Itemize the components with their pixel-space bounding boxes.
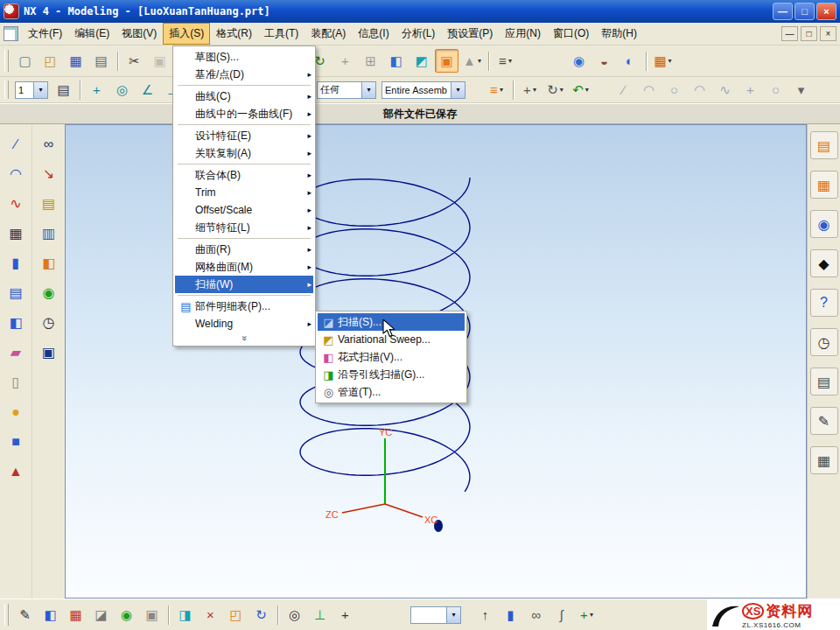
chevron-down-icon[interactable]: ▾ — [590, 611, 593, 619]
csys-triad-icon[interactable]: ⊥ — [308, 603, 332, 626]
menu-item-surface[interactable]: 曲面(R)▸ — [175, 241, 313, 258]
details-panel-icon[interactable]: ▤ — [810, 368, 838, 396]
menubar-item-analysis[interactable]: 分析(L) — [396, 23, 442, 45]
menu-item-parts-list[interactable]: ▤部件明细表(P)... — [175, 298, 313, 315]
modeling-application-icon[interactable]: ▣ — [435, 49, 458, 73]
cone-icon[interactable]: ▲ — [3, 458, 29, 484]
rotate-object-icon[interactable]: ↻▾ — [543, 78, 567, 102]
selection-scope-combo[interactable]: Entire Assemb ▾ — [382, 81, 466, 99]
chevron-down-icon[interactable]: ▾ — [508, 57, 512, 65]
menubar-item-assemblies[interactable]: 装配(A) — [304, 23, 352, 45]
help-question-icon[interactable]: ? — [810, 289, 838, 317]
save-icon[interactable]: ▦ — [64, 49, 88, 73]
menubar-item-tools[interactable]: 工具(T) — [258, 23, 304, 45]
cyan-cube-icon[interactable]: ◨ — [173, 603, 197, 626]
window-minimize-button[interactable]: — — [773, 3, 793, 20]
draw-point-icon[interactable]: + — [738, 78, 762, 102]
mdi-close-button[interactable]: × — [820, 26, 836, 41]
bottom-combo[interactable]: ▾ — [410, 606, 461, 624]
menu-item-datum-point[interactable]: 基准/点(D)▸ — [175, 66, 313, 83]
menubar-item-application[interactable]: 应用(N) — [499, 23, 547, 45]
toolbar-grip[interactable] — [4, 50, 9, 72]
spline-icon[interactable]: ∿ — [3, 191, 29, 216]
arc-icon[interactable]: ◠ — [3, 161, 29, 186]
menubar-item-edit[interactable]: 编辑(E) — [68, 23, 116, 45]
menu-item-design-feature[interactable]: 设计特征(E)▸ — [175, 127, 313, 144]
menu-item-curve-from-curves[interactable]: 曲线中的一条曲线(F)▸ — [175, 105, 313, 122]
menu-item-detail-feature[interactable]: 细节特征(L)▸ — [175, 219, 313, 236]
web-browser-icon[interactable]: ◉ — [567, 49, 591, 73]
menu-item-curve[interactable]: 曲线(C)▸ — [175, 88, 313, 105]
draw-ellipse-icon[interactable]: ○ — [764, 78, 788, 102]
chevron-down-icon[interactable]: ▾ — [668, 57, 672, 65]
refresh-loop-icon[interactable]: ↻ — [249, 603, 273, 626]
mdi-minimize-button[interactable]: — — [781, 26, 798, 41]
shaded-view-icon[interactable]: ◧ — [384, 49, 408, 73]
wireframe-view-icon[interactable]: ◩ — [410, 49, 433, 73]
menu-item-welding[interactable]: Welding▸ — [175, 315, 313, 332]
chain-link-icon[interactable]: ∞ — [524, 603, 548, 626]
menubar-item-format[interactable]: 格式(R) — [210, 23, 258, 45]
corner-arrow-icon[interactable]: ↘ — [36, 161, 62, 186]
chevron-down-icon[interactable]: ▾ — [446, 607, 460, 623]
graduation-cap-icon[interactable]: ◆ — [810, 249, 838, 277]
green-sphere-icon[interactable]: ◉ — [36, 280, 62, 305]
menubar-item-file[interactable]: 文件(F) — [22, 23, 68, 45]
materials-icon[interactable]: ◒ — [592, 49, 616, 73]
sketch-grid-icon[interactable]: ▦ — [3, 220, 29, 246]
sphere-icon[interactable]: ● — [3, 399, 29, 424]
toolbar-grip[interactable] — [4, 80, 9, 98]
chevron-down-icon[interactable]: ▾ — [560, 86, 564, 94]
move-object-icon[interactable]: +▾ — [518, 78, 542, 102]
chevron-down-icon[interactable]: ▾ — [361, 82, 375, 98]
solid-cube-icon[interactable]: ◧ — [3, 310, 29, 335]
menubar-item-information[interactable]: 信息(I) — [352, 23, 395, 45]
draw-spline-icon[interactable]: ∿ — [713, 78, 737, 102]
catalog-sphere-icon[interactable]: ◉ — [810, 210, 838, 238]
divider-tool-icon[interactable]: ▮ — [499, 603, 522, 626]
chevron-down-icon[interactable]: ▾ — [478, 57, 481, 65]
menubar-item-window[interactable]: 窗口(O) — [547, 23, 595, 45]
chevron-down-icon[interactable]: ▾ — [500, 86, 503, 94]
menu-item-tube[interactable]: ◎管道(T)... — [318, 383, 465, 401]
mdi-restore-button[interactable]: □ — [801, 26, 817, 41]
chevron-down-icon[interactable]: ▾ — [533, 86, 536, 94]
menu-item-sweep[interactable]: 扫描(W)▸ — [175, 276, 313, 293]
selection-filter-combo[interactable]: 任何 ▾ — [317, 81, 376, 99]
open-file-icon[interactable]: ◰ — [38, 49, 62, 73]
chevron-down-icon[interactable]: ▾ — [451, 82, 465, 98]
part-navigator-icon[interactable]: ▦ — [810, 171, 838, 199]
annotation-pen-icon[interactable]: ✎ — [13, 603, 37, 626]
window-restore-button[interactable]: □ — [794, 3, 815, 20]
clock-icon[interactable]: ◷ — [36, 310, 62, 335]
undo-icon[interactable]: ↶▾ — [569, 78, 592, 102]
delete-x-icon[interactable]: × — [199, 603, 222, 626]
menubar-item-help[interactable]: 帮助(H) — [595, 23, 643, 45]
sheet-pages-icon[interactable]: ▤ — [3, 280, 29, 305]
toolbar-grip[interactable] — [4, 604, 9, 626]
print-icon[interactable]: ▤ — [89, 49, 113, 73]
snap-point-icon[interactable]: + — [85, 78, 108, 102]
menu-overflow-chevron[interactable]: » — [175, 332, 313, 344]
menubar-item-view[interactable]: 视图(V) — [116, 23, 163, 45]
page-stack-icon[interactable]: ▥ — [36, 220, 62, 246]
extrude-icon[interactable]: ▮ — [3, 250, 29, 276]
red-grid-icon[interactable]: ▦ — [64, 603, 88, 626]
curve-toolbar-options-icon[interactable]: ▾ — [789, 78, 813, 102]
palette-grid-icon[interactable]: ▦ — [810, 446, 838, 474]
navy-panel-icon[interactable]: ▣ — [36, 340, 62, 365]
chevron-down-icon[interactable]: ▾ — [33, 82, 47, 98]
new-file-icon[interactable]: ▢ — [13, 49, 37, 73]
visualization-icon[interactable]: ◐ — [618, 49, 641, 73]
selection-stack-icon[interactable]: ≡▾ — [485, 78, 508, 102]
menu-item-trim[interactable]: Trim▸ — [175, 184, 313, 201]
window-close-button[interactable]: × — [816, 3, 836, 20]
cylinder-icon[interactable]: ▯ — [3, 369, 29, 395]
green-wheel-icon[interactable]: ◉ — [115, 603, 138, 626]
display-mode-cone-icon[interactable]: ▲▾ — [460, 49, 484, 73]
gray-cube-icon[interactable]: ◪ — [89, 603, 113, 626]
blue-cube-icon[interactable]: ◧ — [38, 603, 62, 626]
layer-combo[interactable]: 1 ▾ — [15, 81, 48, 99]
add-new-icon[interactable]: +▾ — [575, 603, 598, 626]
boolean-block-icon[interactable]: ■ — [3, 429, 29, 454]
